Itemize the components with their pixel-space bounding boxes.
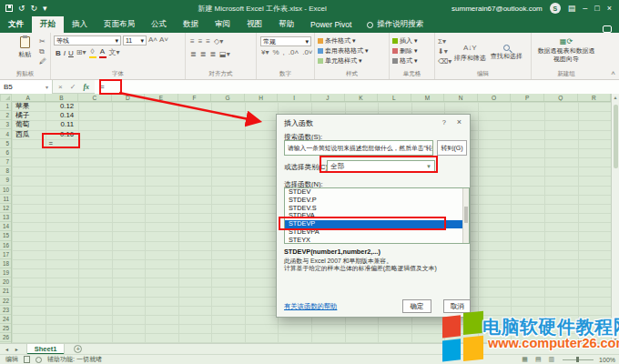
zoom-slider[interactable] [563,359,594,360]
vertical-scrollbar-thumb[interactable] [614,105,618,168]
row-header-25[interactable]: 25 [0,324,11,333]
row-header-13[interactable]: 13 [0,213,11,222]
cell-B5[interactable]: = [46,139,79,148]
column-header-O[interactable]: O [478,94,512,102]
column-header-Q[interactable]: Q [544,94,578,102]
file-tab[interactable]: 文件 [0,16,32,33]
row-header-14[interactable]: 14 [0,222,11,231]
cells-item-2[interactable]: 删除 ▾ [392,46,431,56]
name-box[interactable]: B5 ▾ [0,80,53,94]
ribbon-tab-数据[interactable]: 数据 [175,16,207,33]
row-header-2[interactable]: 2 [0,111,11,120]
orientation-icon[interactable]: ◇▾ [214,37,223,46]
decrease-font-icon[interactable]: A˅ [159,35,168,46]
row-header-3[interactable]: 3 [0,120,11,129]
name-box-dropdown-icon[interactable]: ▾ [46,84,48,90]
pivot-wizard-button[interactable]: ▦⟳ 数据透视表和数据透视图向导 [534,35,598,64]
align-left-icon[interactable]: ≣ [190,50,197,59]
column-header-C[interactable]: C [78,94,112,102]
function-item-STEYX[interactable]: STEYX [285,237,469,244]
cut-icon[interactable]: ✂ [39,37,46,46]
cells-item-1[interactable]: 插入 ▾ [392,35,431,46]
align-middle-icon[interactable]: ≡ [198,37,203,46]
row-header-11[interactable]: 11 [0,195,11,204]
cell-B3[interactable]: 0.11 [46,120,79,129]
tell-me-search[interactable]: 操作说明搜索 [360,16,431,33]
dialog-help-icon[interactable]: ? [442,118,446,126]
row-header-16[interactable]: 16 [0,241,11,250]
column-header-M[interactable]: M [411,94,445,102]
align-top-icon[interactable]: ≡ [190,37,195,46]
row-header-7[interactable]: 7 [0,157,11,167]
row-header-15[interactable]: 15 [0,231,11,240]
zoom-level[interactable]: 100% [599,357,615,363]
scroll-down-icon[interactable]: ▼ [612,337,619,342]
increase-font-icon[interactable]: A˄ [148,35,157,46]
column-header-L[interactable]: L [378,94,411,102]
cell-A3[interactable]: 葡萄 [12,120,46,129]
function-item-STDEVPA[interactable]: STDEVPA [285,228,469,237]
row-header-26[interactable]: 26 [0,333,11,342]
redo-icon[interactable]: ↻ [31,5,38,13]
fill-color-icon[interactable]: ◊ [89,47,96,58]
cancel-entry-icon[interactable]: × [58,83,63,91]
column-header-A[interactable]: A [12,94,46,102]
row-header-10[interactable]: 10 [0,186,11,195]
row-header-24[interactable]: 24 [0,315,11,324]
maximize-button[interactable]: □ [594,4,599,13]
row-header-12[interactable]: 12 [0,204,11,213]
ok-button[interactable]: 确定 [402,299,431,313]
format-painter-icon[interactable]: 🖉 [39,57,46,66]
column-header-G[interactable]: G [211,94,245,102]
styles-item-2[interactable]: 套用表格格式 ▾ [318,46,386,56]
sort-filter-button[interactable]: A↓Y 排序和筛选 [452,35,488,70]
cancel-button[interactable]: 取消 [443,299,471,313]
save-icon[interactable] [5,5,13,12]
fill-icon[interactable]: ⬇▾ [438,47,452,56]
function-help-link[interactable]: 有关该函数的帮助 [284,302,337,311]
styles-item-3[interactable]: 单元格样式 ▾ [318,56,386,66]
cell-A1[interactable]: 苹果 [12,102,46,111]
cell-B2[interactable]: 0.14 [46,111,79,120]
row-header-4[interactable]: 4 [0,130,11,139]
row-header-21[interactable]: 21 [0,287,11,296]
qat-customize-icon[interactable]: ▾ [43,5,47,13]
column-header-H[interactable]: H [245,94,279,102]
clear-icon[interactable]: ⌫▾ [438,57,452,66]
column-header-F[interactable]: F [178,94,212,102]
column-header-D[interactable]: D [112,94,146,102]
ribbon-tab-插入[interactable]: 插入 [64,16,96,33]
row-header-22[interactable]: 22 [0,297,11,306]
ribbon-tab-帮助[interactable]: 帮助 [270,16,302,33]
cell-A4[interactable]: 西瓜 [12,130,46,139]
align-center-icon[interactable]: ≣ [200,50,207,59]
percent-icon[interactable]: % [272,48,279,57]
new-sheet-icon[interactable]: + [74,345,82,353]
sheet-nav-arrows-icon[interactable]: ◂ ▸ [0,346,26,352]
scroll-up-icon[interactable]: ▲ [612,95,619,100]
account-email[interactable]: summerain67@outlook.com [452,5,543,13]
underline-button[interactable]: U [68,49,74,57]
align-bottom-icon[interactable]: ≡ [206,37,210,46]
column-header-K[interactable]: K [345,94,379,102]
cell-B4[interactable]: 0.16 [46,130,79,139]
column-header-R[interactable]: R [578,94,611,102]
styles-item-1[interactable]: 条件格式 ▾ [318,35,386,46]
font-name-select[interactable]: 等线▾ [54,35,121,46]
select-all-corner[interactable] [0,94,12,102]
ribbon-display-options-icon[interactable]: ▤ [568,4,576,13]
function-list[interactable]: STDEVSTDEV.PSTDEV.SSTDEVASTDEVPSTDEVPAST… [284,187,470,244]
bold-button[interactable]: B [56,49,61,57]
column-header-I[interactable]: I [278,94,311,102]
row-header-18[interactable]: 18 [0,259,11,268]
cells-item-3[interactable]: 格式 ▾ [392,56,431,66]
increase-decimal-icon[interactable]: .0˄ [289,48,299,57]
find-select-button[interactable]: 查找和选择 [488,35,524,70]
search-function-input[interactable]: 请输入一条简短说明来描述您想做什么，然后单击“转到” [284,140,433,156]
minimize-button[interactable]: – [583,4,587,13]
font-size-select[interactable]: 11▾ [123,35,147,46]
copy-icon[interactable]: ⧉ [39,47,46,56]
macro-record-icon[interactable] [24,356,30,363]
collapse-ribbon-icon[interactable]: ˄ [611,69,615,77]
italic-button[interactable]: I [64,49,66,57]
